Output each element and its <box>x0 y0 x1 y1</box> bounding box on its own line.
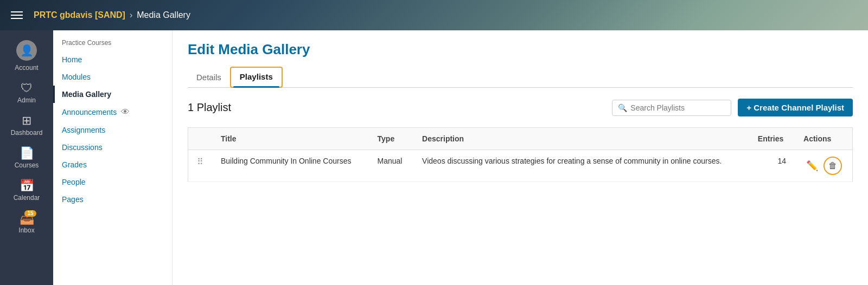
page-title-colored: Media Gallery <box>218 41 310 57</box>
course-nav-assignments[interactable]: Assignments <box>53 121 172 139</box>
td-entries: 14 <box>749 150 795 182</box>
tabs-row: Details Playlists <box>188 67 853 88</box>
th-title: Title <box>212 128 369 150</box>
dashboard-label: Dashboard <box>11 129 43 137</box>
breadcrumb-current: Media Gallery <box>137 10 190 20</box>
courses-icon: 📄 <box>20 147 34 159</box>
inbox-icon: 📥 15 <box>20 212 34 224</box>
hamburger-button[interactable] <box>9 9 25 21</box>
search-icon: 🔍 <box>618 103 627 112</box>
tab-playlists[interactable]: Playlists <box>230 67 283 88</box>
controls-right: 🔍 + Create Channel Playlist <box>612 99 853 116</box>
course-nav-discussions[interactable]: Discussions <box>53 139 172 156</box>
sidebar-item-inbox[interactable]: 📥 15 Inbox <box>0 207 53 239</box>
main-content: Edit Media Gallery Details Playlists 1 P… <box>173 30 868 285</box>
breadcrumb: PRTC gbdavis [SAND] › Media Gallery <box>34 10 190 20</box>
sidebar-item-courses[interactable]: 📄 Courses <box>0 142 53 174</box>
table-header-row: Title Type Description Entries Actions <box>188 128 853 150</box>
course-nav-grades[interactable]: Grades <box>53 156 172 173</box>
sidebar-item-account[interactable]: 👤 Account <box>0 35 53 77</box>
course-nav-pages[interactable]: Pages <box>53 191 172 208</box>
sidebar-item-calendar[interactable]: 📅 Calendar <box>0 174 53 207</box>
admin-label: Admin <box>17 96 36 104</box>
td-actions: ✏️ 🗑 <box>795 150 852 182</box>
th-drag <box>188 128 213 150</box>
playlists-table: Title Type Description Entries Actions ⠿… <box>188 127 853 182</box>
drag-handle-icon[interactable]: ⠿ <box>197 157 203 166</box>
trash-icon: 🗑 <box>828 161 837 171</box>
inbox-badge: 15 <box>24 210 36 217</box>
sidebar-item-dashboard[interactable]: ⊞ Dashboard <box>0 109 53 142</box>
tab-details[interactable]: Details <box>188 68 230 87</box>
breadcrumb-course-link[interactable]: PRTC gbdavis [SAND] <box>34 10 125 20</box>
search-playlists-input[interactable] <box>630 103 725 112</box>
course-nav-media-gallery[interactable]: Media Gallery <box>53 86 172 103</box>
td-type: Manual <box>369 150 414 182</box>
td-description: Videos discussing various strategies for… <box>413 150 749 182</box>
courses-label: Courses <box>15 161 39 169</box>
pencil-icon: ✏️ <box>806 160 818 171</box>
th-type: Type <box>369 128 414 150</box>
visibility-icon: 👁 <box>121 107 130 117</box>
admin-icon: 🛡 <box>21 82 33 94</box>
th-entries: Entries <box>749 128 795 150</box>
course-sidebar: Practice Courses Home Modules Media Gall… <box>53 30 173 285</box>
course-nav-announcements[interactable]: Announcements 👁 <box>53 103 172 121</box>
left-sidebar: 👤 Account 🛡 Admin ⊞ Dashboard 📄 Courses … <box>0 30 53 285</box>
dashboard-icon: ⊞ <box>22 115 31 127</box>
account-label: Account <box>15 64 38 72</box>
course-nav-people[interactable]: People <box>53 173 172 191</box>
course-nav-home[interactable]: Home <box>53 51 172 68</box>
search-box: 🔍 <box>612 100 731 116</box>
top-header: PRTC gbdavis [SAND] › Media Gallery <box>0 0 868 30</box>
table-row: ⠿ Building Community In Online Courses M… <box>188 150 853 182</box>
calendar-icon: 📅 <box>20 180 34 192</box>
main-layout: 👤 Account 🛡 Admin ⊞ Dashboard 📄 Courses … <box>0 30 868 285</box>
th-description: Description <box>413 128 749 150</box>
breadcrumb-separator: › <box>130 10 132 20</box>
page-title: Edit Media Gallery <box>188 41 853 58</box>
td-title: Building Community In Online Courses <box>212 150 369 182</box>
playlist-controls: 1 Playlist 🔍 + Create Channel Playlist <box>188 99 853 116</box>
page-title-plain: Edit <box>188 41 218 57</box>
row-actions: ✏️ 🗑 <box>803 157 844 175</box>
th-actions: Actions <box>795 128 852 150</box>
create-channel-playlist-button[interactable]: + Create Channel Playlist <box>738 99 853 116</box>
sidebar-item-admin[interactable]: 🛡 Admin <box>0 77 53 109</box>
course-label: Practice Courses <box>53 39 172 51</box>
account-avatar: 👤 <box>16 40 37 61</box>
inbox-label: Inbox <box>18 226 34 234</box>
announcements-label: Announcements <box>62 108 117 116</box>
calendar-label: Calendar <box>14 194 40 202</box>
td-drag-handle: ⠿ <box>188 150 213 182</box>
playlist-count: 1 Playlist <box>188 101 231 114</box>
course-nav-modules[interactable]: Modules <box>53 68 172 86</box>
edit-playlist-button[interactable]: ✏️ <box>805 159 819 173</box>
delete-playlist-button[interactable]: 🗑 <box>824 157 842 175</box>
